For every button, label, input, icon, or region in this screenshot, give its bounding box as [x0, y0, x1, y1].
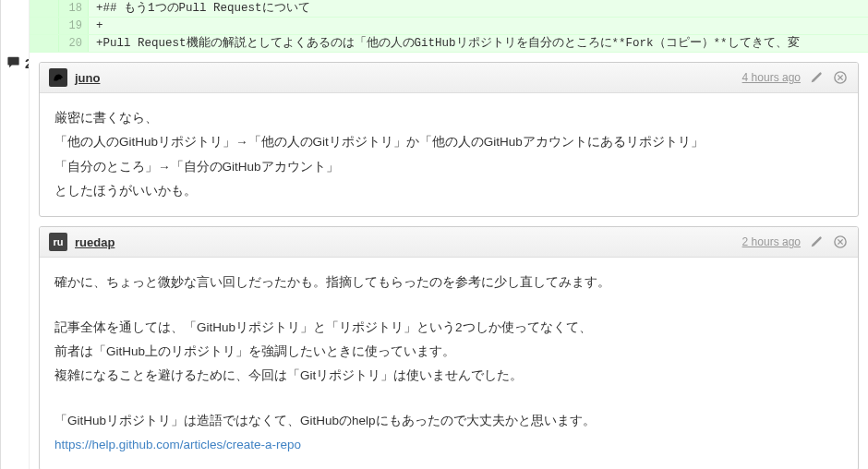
diff-row[interactable]: 18 +## もう1つのPull Requestについて [30, 0, 868, 18]
speech-bubble-icon [6, 55, 20, 71]
line-number-old [30, 18, 59, 34]
close-icon[interactable] [832, 234, 849, 250]
close-icon[interactable] [832, 69, 849, 86]
code-line: + [89, 18, 868, 34]
comment-body: 確かに、ちょっと微妙な言い回しだったかも。指摘してもらったのを参考に少し直してみ… [40, 258, 858, 469]
comment-count-badge: 2 [6, 55, 29, 71]
line-number-old [30, 35, 59, 52]
pencil-icon[interactable] [808, 69, 825, 86]
line-number-old [30, 0, 59, 17]
comment-header: juno 4 hours ago [40, 63, 858, 93]
avatar[interactable] [49, 68, 67, 87]
comment-author-link[interactable]: juno [75, 71, 100, 85]
diff-row[interactable]: 19 + [30, 18, 868, 35]
comment: juno 4 hours ago 厳密に書くなら、 「他の人のGitHubリポジ… [39, 62, 859, 217]
comment-timestamp[interactable]: 2 hours ago [742, 235, 801, 248]
comment-author-link[interactable]: ruedap [75, 235, 115, 249]
comment-text-line: 確かに、ちょっと微妙な言い回しだったかも。指摘してもらったのを参考に少し直してみ… [54, 271, 843, 295]
code-line: +Pull Request機能の解説としてよくあるのは「他の人のGitHubリポ… [89, 35, 868, 52]
diff-panel: 18 +## もう1つのPull Requestについて 19 + 20 +Pu… [29, 0, 868, 469]
line-number-new: 19 [59, 18, 89, 34]
gutter: 2 [1, 0, 29, 469]
comment-text-line: 「GitHubリポジトリ」は造語ではなくて、GitHubのhelpにもあったので… [54, 409, 843, 433]
comment-timestamp[interactable]: 4 hours ago [742, 71, 801, 84]
line-number-new: 18 [59, 0, 89, 17]
comment-text-line: 「他の人のGitHubリポジトリ」→「他の人のGitリポジトリ」か「他の人のGi… [54, 130, 843, 154]
inline-comments: juno 4 hours ago 厳密に書くなら、 「他の人のGitHubリポジ… [30, 53, 868, 469]
comment-text-line: 複雑になることを避けるために、今回は「Gitリポジトリ」は使いませんでした。 [54, 364, 843, 388]
pencil-icon[interactable] [808, 234, 825, 250]
comment-text-line: 厳密に書くなら、 [54, 106, 843, 130]
diff-row[interactable]: 20 +Pull Request機能の解説としてよくあるのは「他の人のGitHu… [30, 35, 868, 53]
avatar[interactable]: ru [49, 233, 67, 251]
comment-link[interactable]: https://help.github.com/articles/create-… [54, 438, 301, 451]
comment: ru ruedap 2 hours ago 確かに、ちょっと微妙な言い回しだった… [39, 226, 859, 469]
code-line: +## もう1つのPull Requestについて [89, 0, 868, 17]
line-number-new: 20 [59, 35, 89, 52]
comment-text-line: 「自分のところ」→「自分のGitHubアカウント」 [54, 155, 843, 179]
comment-text-line: 前者は「GitHub上のリポジトリ」を強調したいときに使っています。 [54, 340, 843, 364]
comment-header: ru ruedap 2 hours ago [40, 227, 858, 258]
comment-text-line: 記事全体を通しては、「GitHubリポジトリ」と「リポジトリ」という2つしか使っ… [54, 316, 843, 340]
comment-body: 厳密に書くなら、 「他の人のGitHubリポジトリ」→「他の人のGitリポジトリ… [40, 93, 858, 216]
comment-text-line: としたほうがいいかも。 [54, 179, 843, 203]
